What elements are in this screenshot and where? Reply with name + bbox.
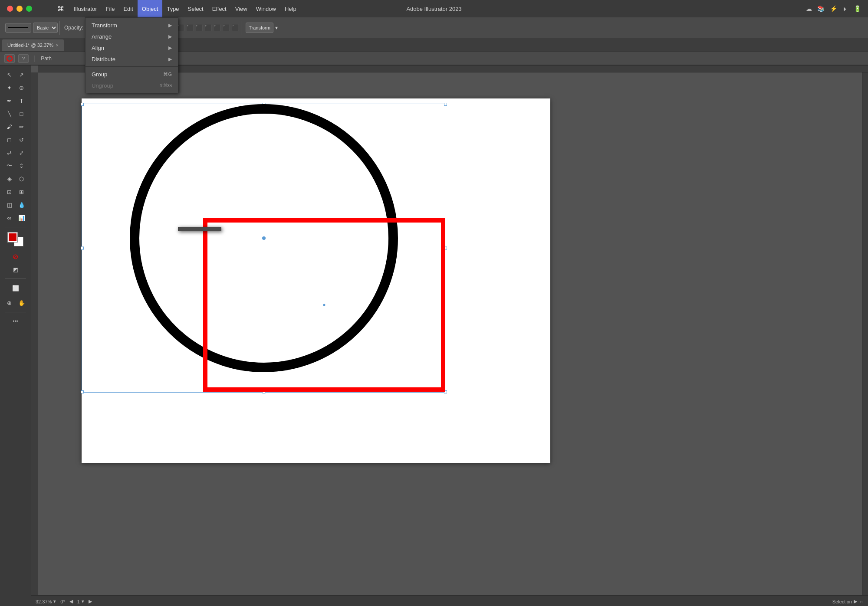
menu-window[interactable]: Window [252,0,280,17]
gradient-tools: ◫ 💧 [4,199,27,210]
nav-next[interactable]: ▶ [89,599,92,604]
battery-icon[interactable]: 🔋 [854,5,861,12]
menu-item-transform[interactable]: Transform▶ [85,20,178,31]
libraries-icon[interactable]: 📚 [817,5,825,12]
more-tools[interactable]: ••• [10,316,21,327]
brush-select[interactable]: Basic [33,23,58,33]
pen-tools: ✒ T [4,95,27,106]
page-chevron[interactable]: ▾ [82,599,84,604]
warp-tool[interactable]: 〜 [4,160,15,171]
color-mode-btn[interactable]: ◩ [10,264,21,275]
menu-file[interactable]: File [101,0,119,17]
menu-separator-4 [85,66,178,67]
artboard-navigate[interactable]: ⬜ [10,282,21,294]
apple-menu[interactable]: ⌘ [52,0,69,17]
select-tool[interactable]: ↖ [4,69,15,80]
color-mode-row: ◩ [10,264,21,275]
app-title: Adobe Illustrator 2023 [406,6,461,12]
none-icon[interactable]: ⊘ [10,251,21,262]
stroke-indicator[interactable] [4,54,15,63]
extra-tools-row: ⊕ ✋ [4,297,27,308]
stroke-color[interactable] [8,233,17,242]
direct-select-tool[interactable]: ↗ [16,69,27,80]
zoom-chevron[interactable]: ▾ [53,599,56,604]
distribute-v-icon[interactable]: ⬛ [232,24,239,31]
menu-item-distribute[interactable]: Distribute▶ [85,53,178,65]
menu-help[interactable]: Help [280,0,301,17]
eraser-tool[interactable]: ◻ [4,134,15,145]
tab-title: Untitled-1* @ 32.37% [7,43,53,48]
menu-edit[interactable]: Edit [119,0,137,17]
hand-tool[interactable]: ✋ [16,297,27,308]
stroke-icon [7,56,13,62]
control-icon[interactable]: ⏵ [842,5,848,12]
canvas-content[interactable] [38,72,862,606]
menu-select[interactable]: Select [184,0,208,17]
live-paint-tool[interactable]: ⬡ [16,173,27,184]
nav-prev[interactable]: ◀ [69,599,73,604]
gradient-tool[interactable]: ◫ [4,199,15,210]
stroke-preview[interactable] [5,23,31,33]
menu-label: Transform [92,22,164,29]
menu-view[interactable]: View [231,0,252,17]
document-tab[interactable]: Untitled-1* @ 32.37% × [2,39,64,51]
opacity-label: Opacity: [64,25,83,31]
creative-cloud-icon[interactable]: ☁ [806,5,812,12]
pen-tool[interactable]: ✒ [4,95,15,106]
menu-object[interactable]: Object [138,0,163,17]
magic-wand-tool[interactable]: ✦ [4,82,15,93]
question-button[interactable]: ? [18,54,29,63]
type-tool[interactable]: T [16,95,27,106]
perspective-tool[interactable]: ⊡ [4,186,15,197]
eyedropper-tool[interactable]: 💧 [16,199,27,210]
pencil-tool[interactable]: ✏ [16,121,27,132]
stroke-section: Basic [3,21,60,35]
mirror-tools: ⇄ ⤢ [4,147,27,158]
menu-label: Arrange [92,33,164,40]
menu-type[interactable]: Type [162,0,183,17]
line-tool[interactable]: ╲ [4,108,15,119]
transform-button[interactable]: Transform [246,23,273,33]
menu-illustrator[interactable]: Illustrator [69,0,101,17]
object-menu: Transform▶Arrange▶Align▶Distribute▶Group… [85,17,178,93]
scale-tool[interactable]: ⤢ [16,147,27,158]
shape-builder-tool[interactable]: ◈ [4,173,15,184]
page-indicator: 1 ▾ [77,599,84,604]
menu-label: Group [92,71,159,78]
color-boxes[interactable] [8,233,23,246]
canvas-with-rulers [31,72,868,606]
rect-tool[interactable]: □ [16,108,27,119]
align-top-icon[interactable]: ⬛ [195,24,203,31]
reflect-tool[interactable]: ⇄ [4,147,15,158]
blend-tool[interactable]: ∞ [4,212,15,223]
tool-divider-1 [5,227,26,227]
rotation-value: 0° [60,599,65,604]
transform-chevron[interactable]: ▾ [275,25,278,31]
menu-item-group[interactable]: Group⌘G [85,69,178,80]
ruler-vertical [31,72,38,606]
chart-tool[interactable]: 📊 [16,212,27,223]
bluetooth-icon[interactable]: ⚡ [830,5,837,12]
mesh-tool[interactable]: ⊞ [16,186,27,197]
lasso-tool[interactable]: ⊙ [16,82,27,93]
mode-toggle[interactable]: ↔ [859,599,864,604]
align-bottom-icon[interactable]: ⬛ [214,24,221,31]
distribute-h-icon[interactable]: ⬛ [223,24,230,31]
canvas-area: 32.37% ▾ 0° ◀ 1 ▾ ▶ Selection ▶ ↔ [31,66,868,606]
menu-label: Align [92,45,164,51]
menu-item-align[interactable]: Align▶ [85,42,178,53]
tab-close-button[interactable]: × [56,43,59,48]
menu-shortcut: ▶ [168,45,172,51]
scrollbar-vertical[interactable] [862,72,868,606]
menu-effect[interactable]: Effect [208,0,231,17]
mode-arrow[interactable]: ▶ [854,599,857,604]
menu-item-arrange[interactable]: Arrange▶ [85,31,178,42]
align-middle-icon[interactable]: ⬛ [204,24,212,31]
width-tool[interactable]: ⇕ [16,160,27,171]
zoom-tool[interactable]: ⊕ [4,297,15,308]
view-tools: ⊘ [10,251,21,262]
align-right-icon[interactable]: ⬛ [186,24,194,31]
titlebar: ⌘ Illustrator File Edit Object Type Sele… [0,0,868,17]
paintbrush-tool[interactable]: 🖌 [4,121,15,132]
rotate-tool[interactable]: ↺ [16,134,27,145]
